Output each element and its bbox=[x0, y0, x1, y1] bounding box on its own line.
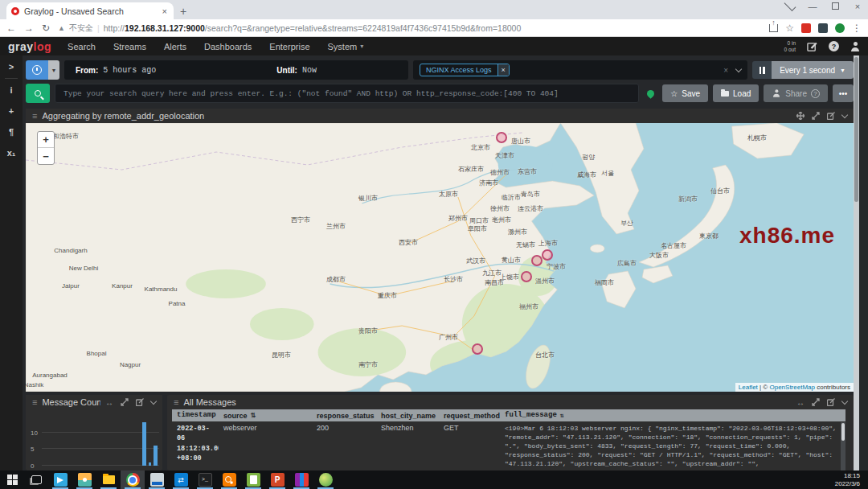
zoom-in-button[interactable]: + bbox=[38, 132, 54, 148]
map-marker[interactable] bbox=[472, 343, 483, 355]
column-header-response_status[interactable]: response_status⇅ bbox=[312, 412, 376, 420]
focus-icon[interactable]: ↔ bbox=[105, 398, 113, 407]
move-icon[interactable] bbox=[796, 112, 805, 120]
browser-tab[interactable]: Graylog - Unsaved Search × bbox=[6, 2, 174, 19]
chart-bar[interactable] bbox=[154, 446, 158, 466]
window-maximize-button[interactable] bbox=[832, 2, 839, 10]
drag-handle-icon[interactable]: ≡ bbox=[32, 397, 37, 407]
forward-icon[interactable]: → bbox=[24, 23, 34, 34]
taskbar-app-search-tool[interactable] bbox=[217, 471, 241, 489]
taskbar-app-teamviewer[interactable] bbox=[169, 471, 193, 489]
taskbar-app-disk-app[interactable] bbox=[145, 471, 169, 489]
browser-menu-icon[interactable]: ⋮ bbox=[852, 23, 862, 34]
more-actions-button[interactable]: ••• bbox=[833, 84, 854, 102]
edit-icon[interactable] bbox=[827, 398, 835, 406]
extension-red-icon[interactable] bbox=[801, 23, 811, 33]
sort-icon[interactable]: ⇅ bbox=[251, 412, 256, 419]
osm-link[interactable]: OpenStreetMap bbox=[769, 384, 814, 391]
chart-bar[interactable] bbox=[149, 462, 151, 466]
streams-dropdown-icon[interactable] bbox=[735, 66, 742, 72]
taskbar-app-notes[interactable] bbox=[241, 471, 265, 489]
zoom-out-button[interactable]: − bbox=[38, 148, 54, 164]
window-close-button[interactable]: × bbox=[852, 2, 863, 11]
nav-item-streams[interactable]: Streams bbox=[113, 42, 146, 51]
taskbar-app-explorer[interactable] bbox=[96, 471, 121, 489]
taskbar-app-chrome[interactable] bbox=[121, 471, 145, 489]
focus-icon[interactable]: ↔ bbox=[796, 398, 805, 407]
refresh-control[interactable]: Every 1 second▼ bbox=[752, 61, 854, 79]
create-icon[interactable]: + bbox=[9, 106, 14, 116]
column-header-request_method[interactable]: request_method⇅ bbox=[439, 412, 500, 420]
table-scrollbar[interactable] bbox=[841, 422, 845, 471]
back-icon[interactable]: ← bbox=[6, 23, 16, 34]
leaflet-link[interactable]: Leaflet bbox=[739, 384, 758, 391]
drag-handle-icon[interactable]: ≡ bbox=[174, 397, 178, 407]
pause-icon[interactable] bbox=[752, 61, 772, 79]
map-marker[interactable] bbox=[521, 271, 532, 282]
expand-icon[interactable] bbox=[812, 398, 820, 406]
save-button[interactable]: ☆Save bbox=[662, 84, 708, 102]
taskbar-app-archive[interactable] bbox=[289, 471, 313, 489]
new-tab-button[interactable]: + bbox=[174, 3, 193, 19]
edit-icon[interactable] bbox=[136, 398, 144, 406]
tab-close-icon[interactable]: × bbox=[161, 6, 169, 16]
taskbar-app-browser-sphere[interactable] bbox=[313, 471, 338, 489]
table-row[interactable]: 2022-03-06 18:12:03.000 +08:00webserver2… bbox=[172, 421, 845, 469]
sidebar-toggle-icon[interactable]: > bbox=[9, 62, 14, 72]
url-bar[interactable]: ▲ 不安全 | http://192.168.31.127:9000/searc… bbox=[58, 23, 761, 34]
edit-icon[interactable] bbox=[827, 112, 835, 120]
nav-item-system[interactable]: System▾ bbox=[328, 42, 364, 51]
collapse-icon[interactable] bbox=[841, 398, 848, 405]
chip-remove-icon[interactable]: × bbox=[497, 64, 509, 76]
start-button[interactable] bbox=[0, 471, 24, 489]
collapse-icon[interactable] bbox=[841, 112, 848, 118]
clear-streams-icon[interactable]: × bbox=[723, 66, 728, 75]
column-header-timestamp[interactable]: timestamp⇅ bbox=[172, 410, 219, 421]
compose-icon[interactable] bbox=[807, 41, 817, 51]
column-header-host_city_name[interactable]: host_city_name⇅ bbox=[376, 412, 439, 420]
nav-item-alerts[interactable]: Alerts bbox=[164, 42, 186, 51]
chart-bar[interactable] bbox=[142, 422, 146, 466]
sort-icon[interactable]: ⇅ bbox=[560, 411, 564, 420]
share-help-icon[interactable]: ? bbox=[811, 89, 820, 98]
expand-icon[interactable] bbox=[121, 398, 129, 406]
search-query-input[interactable] bbox=[55, 84, 639, 103]
column-header-full_message[interactable]: full_message⇅ bbox=[500, 410, 845, 420]
fields-icon[interactable]: x₁ bbox=[7, 148, 16, 158]
search-details-icon[interactable]: i bbox=[10, 85, 12, 95]
time-caret-icon[interactable]: ▼ bbox=[48, 60, 59, 80]
time-range-button[interactable]: ▼ bbox=[26, 60, 59, 80]
stream-chip[interactable]: NGINX Access Logs × bbox=[420, 64, 510, 76]
taskbar-app-powerpoint[interactable] bbox=[265, 471, 289, 489]
taskbar-app-screenshot[interactable] bbox=[72, 471, 96, 489]
extension-green-icon[interactable] bbox=[835, 23, 845, 33]
nav-item-dashboards[interactable]: Dashboards bbox=[204, 42, 252, 51]
window-chevron-icon[interactable] bbox=[784, 0, 796, 11]
user-icon[interactable] bbox=[850, 42, 860, 51]
drag-handle-icon[interactable]: ≡ bbox=[32, 111, 37, 121]
map-marker[interactable] bbox=[542, 249, 553, 261]
stream-filter[interactable]: NGINX Access Logs × × bbox=[413, 60, 747, 80]
help-icon[interactable]: ? bbox=[829, 41, 839, 51]
share-icon[interactable] bbox=[769, 24, 778, 32]
share-button[interactable]: Share? bbox=[764, 84, 828, 102]
nav-item-search[interactable]: Search bbox=[68, 42, 96, 51]
task-view-button[interactable] bbox=[24, 471, 48, 489]
search-button[interactable] bbox=[26, 84, 50, 103]
map-marker[interactable] bbox=[496, 132, 507, 143]
load-button[interactable]: Load bbox=[713, 84, 759, 102]
extension-dark-icon[interactable] bbox=[818, 23, 828, 33]
reload-icon[interactable]: ↻ bbox=[42, 23, 50, 34]
map-marker[interactable] bbox=[531, 255, 542, 266]
taskbar-clock[interactable]: 18:15 2022/3/6 bbox=[827, 471, 868, 489]
hint-bulb-icon[interactable] bbox=[645, 88, 656, 99]
column-header-source[interactable]: source⇅ bbox=[219, 412, 312, 420]
time-range-display[interactable]: From: 5 hours ago Until: Now bbox=[64, 60, 408, 80]
page-scrollbar[interactable] bbox=[854, 55, 859, 471]
taskbar-app-telegram[interactable] bbox=[48, 471, 72, 489]
window-minimize-button[interactable]: — bbox=[807, 2, 818, 11]
collapse-icon[interactable] bbox=[150, 398, 157, 405]
bookmark-star-icon[interactable]: ☆ bbox=[785, 23, 794, 34]
taskbar-app-terminal[interactable] bbox=[193, 471, 217, 489]
graylog-logo[interactable]: graylog bbox=[8, 40, 51, 53]
